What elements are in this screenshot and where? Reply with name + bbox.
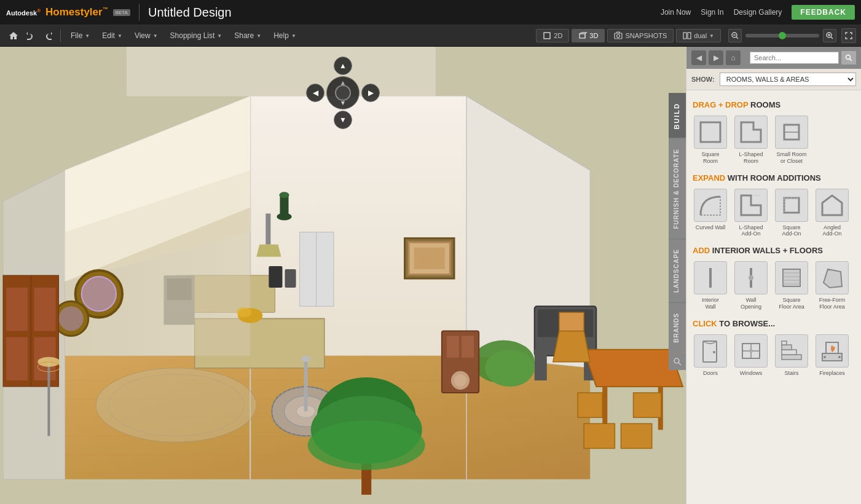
svg-rect-44 (6, 288, 28, 331)
logo-area: Autodesk® Homestyler™ BETA (6, 6, 130, 18)
join-now-link[interactable]: Join Now (661, 8, 691, 17)
svg-rect-81 (447, 336, 459, 358)
svg-rect-85 (265, 213, 270, 244)
stairs-item[interactable]: Stairs (774, 334, 809, 377)
share-menu[interactable]: Share ▼ (228, 29, 267, 42)
show-dropdown[interactable]: ROOMS, WALLS & AREAS ALL WALLS ONLY (720, 73, 856, 86)
freeform-floor-item[interactable]: Free-FormFloor Area (814, 261, 850, 310)
svg-point-99 (846, 55, 851, 60)
dual-view-button[interactable]: dual ▼ (676, 29, 721, 42)
view-menu[interactable]: View ▼ (128, 29, 164, 42)
feedback-button[interactable]: FEEDBACK (792, 5, 855, 20)
shopping-list-menu[interactable]: Shopping List ▼ (164, 29, 229, 42)
square-addon-item[interactable]: SquareAdd-On (774, 189, 809, 238)
sign-in-link[interactable]: Sign In (701, 8, 723, 17)
windows-icon (734, 334, 768, 368)
show-label: SHOW: (691, 76, 715, 83)
square-room-icon (694, 116, 727, 149)
svg-rect-48 (47, 362, 50, 436)
snapshots-button[interactable]: SNAPSHOTS (607, 29, 674, 42)
svg-rect-101 (701, 122, 720, 142)
zoom-out-button[interactable] (728, 29, 742, 42)
windows-label: Windows (740, 370, 763, 377)
panel-header: ◀ ▶ ⌂ (686, 47, 861, 69)
home-button[interactable] (5, 28, 22, 43)
svg-rect-4 (683, 33, 686, 39)
interiors-grid: InteriorWall WallOpening (693, 261, 855, 310)
svg-rect-105 (784, 198, 799, 213)
landscape-tab[interactable]: LANDSCAPE (669, 238, 686, 302)
zoom-slider[interactable] (745, 34, 819, 37)
zoom-controls (728, 29, 836, 42)
drag-drop-dark: ROOMS (750, 100, 780, 109)
brands-tab[interactable]: BRANDS (669, 302, 686, 353)
nav-up-button[interactable]: ▲ (334, 57, 352, 75)
drag-drop-header: DRAG + DROP ROOMS (693, 100, 855, 109)
view-2d-button[interactable]: 2D (536, 29, 569, 42)
expand-orange: EXPAND (693, 173, 725, 183)
svg-marker-67 (634, 393, 661, 417)
stairs-label: Stairs (784, 370, 798, 377)
svg-point-118 (713, 351, 715, 353)
expand-dark: WITH ROOM ADDITIONS (728, 173, 821, 183)
square-floor-item[interactable]: SquareFloor Area (774, 261, 809, 310)
l-shaped-room-icon (734, 116, 768, 149)
doors-item[interactable]: Doors (693, 334, 728, 377)
angled-addon-label: AngledAdd-On (822, 224, 841, 238)
fireplaces-label: Fireplaces (819, 370, 845, 377)
svg-line-10 (831, 37, 833, 39)
panel-search-input[interactable] (750, 52, 839, 64)
svg-point-3 (617, 34, 620, 37)
l-shaped-room-item[interactable]: L-ShapedRoom (733, 116, 769, 165)
add-dark: INTERIOR WALLS + FLOORS (712, 246, 823, 255)
canvas-area[interactable]: ▲ ◀ ▲ ▼ ▶ ▼ (0, 47, 686, 504)
curved-wall-label: Curved Wall (696, 224, 726, 231)
angled-addon-item[interactable]: AngledAdd-On (814, 189, 850, 238)
square-room-item[interactable]: SquareRoom (693, 116, 728, 165)
svg-rect-123 (782, 355, 801, 360)
furnish-tab[interactable]: FURNISH & DECORATE (669, 138, 686, 239)
panel-forward-button[interactable]: ▶ (709, 50, 723, 65)
help-menu[interactable]: Help ▼ (267, 29, 302, 42)
wall-opening-item[interactable]: WallOpening (733, 261, 769, 310)
zoom-in-button[interactable] (823, 29, 836, 42)
panel-search-icon-tab[interactable] (669, 353, 686, 370)
redo-button[interactable] (39, 28, 57, 43)
l-shaped-addon-item[interactable]: L-ShapedAdd-On (733, 189, 769, 238)
drag-drop-orange: DRAG + DROP (693, 100, 748, 109)
panel-search-button[interactable] (841, 51, 856, 65)
panel-home-button[interactable]: ⌂ (726, 50, 741, 65)
interior-wall-item[interactable]: InteriorWall (693, 261, 728, 310)
view-controls: 2D 3D SNAPSHOTS dual ▼ (536, 28, 856, 43)
nav-center-button[interactable]: ▲ ▼ (326, 76, 360, 109)
panel-back-button[interactable]: ◀ (691, 50, 706, 65)
file-menu[interactable]: File ▼ (65, 29, 96, 42)
svg-point-55 (301, 356, 311, 362)
small-room-label: Small Roomor Closet (776, 151, 806, 165)
view-3d-button[interactable]: 3D (572, 29, 605, 42)
build-tab[interactable]: BUILD (669, 93, 686, 138)
square-addon-icon (775, 189, 808, 222)
svg-rect-124 (782, 350, 796, 355)
title-divider (139, 4, 140, 21)
curved-wall-item[interactable]: Curved Wall (693, 189, 728, 238)
fullscreen-button[interactable] (841, 28, 856, 43)
nav-down-button[interactable]: ▼ (334, 111, 352, 129)
add-orange: ADD (693, 246, 710, 255)
windows-item[interactable]: Windows (733, 334, 769, 377)
svg-marker-86 (256, 245, 281, 257)
undo-button[interactable] (22, 28, 39, 43)
svg-marker-66 (578, 393, 602, 417)
svg-marker-63 (553, 331, 590, 361)
design-gallery-link[interactable]: Design Gallery (734, 8, 782, 17)
svg-rect-87 (269, 266, 282, 288)
svg-point-41 (59, 306, 84, 331)
edit-menu[interactable]: Edit ▼ (96, 29, 128, 42)
svg-point-93 (279, 192, 289, 198)
nav-left-button[interactable]: ◀ (306, 84, 324, 102)
small-room-item[interactable]: Small Roomor Closet (774, 116, 809, 165)
svg-rect-45 (34, 288, 55, 331)
fireplaces-item[interactable]: Fireplaces (814, 334, 850, 377)
nav-right-button[interactable]: ▶ (361, 84, 380, 102)
click-orange: CLICK (693, 319, 717, 328)
